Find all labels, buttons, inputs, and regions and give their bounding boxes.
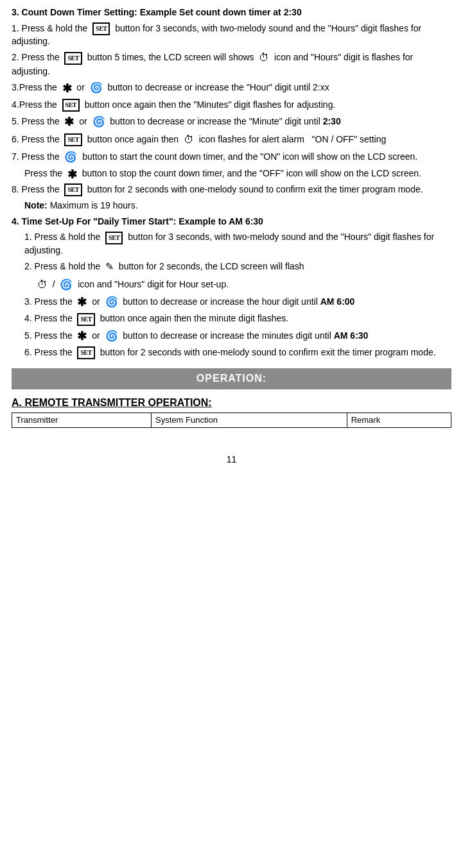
star-icon-4: ✱ bbox=[77, 296, 87, 308]
section4-step6: 6. Press the SET button for 2 seconds wi… bbox=[24, 346, 451, 359]
section4-title: 4. Time Set-Up For "Daily Timer Start": … bbox=[12, 216, 451, 228]
fan-icon-4: 🌀 bbox=[60, 278, 73, 292]
star-icon-3: ✱ bbox=[67, 169, 77, 180]
set-icon-4: SET bbox=[64, 133, 82, 146]
star-icon-5: ✱ bbox=[77, 330, 87, 342]
content-area: 3. Count Down Timer Setting: Example Set… bbox=[12, 6, 451, 428]
table-col-system-function: System Function bbox=[152, 413, 347, 428]
table-col-transmitter: Transmitter bbox=[12, 413, 152, 428]
operation-bar: OPERATION: bbox=[12, 368, 451, 389]
fan-icon-3: 🌀 bbox=[64, 150, 77, 164]
set-icon-7: SET bbox=[77, 313, 94, 326]
fan-icon-6: 🌀 bbox=[105, 329, 118, 343]
step3-8: 8. Press the SET button for 2 seconds wi… bbox=[12, 183, 451, 196]
step3-5: 5. Press the ✱ or 🌀 button to decrease o… bbox=[12, 115, 451, 129]
section3-title: 3. Count Down Timer Setting: Example Set… bbox=[12, 6, 451, 19]
step3-4: 4.Press the SET button once again then t… bbox=[12, 99, 451, 112]
fan-icon-2: 🌀 bbox=[92, 115, 105, 129]
section4-step3: 3. Press the ✱ or 🌀 button to decrease o… bbox=[24, 295, 451, 309]
page-number: 11 bbox=[12, 454, 451, 466]
section4-step1: 1. Press & hold the SET button for 3 sec… bbox=[24, 231, 451, 257]
table-col-remark: Remark bbox=[347, 413, 451, 428]
step3-6: 6. Press the SET button once again then … bbox=[12, 133, 451, 147]
table-header-row: Transmitter System Function Remark bbox=[12, 413, 451, 428]
pencil-icon-1: ✎ bbox=[105, 260, 114, 274]
section-a-title: A. REMOTE TRANSMITTER OPERATION: bbox=[12, 396, 451, 410]
set-icon-3: SET bbox=[62, 99, 80, 112]
star-icon-1: ✱ bbox=[62, 83, 72, 94]
step3-1: 1. Press & hold the SET button for 3 sec… bbox=[12, 22, 451, 48]
step3-2: 2. Press the SET button 5 times, the LCD… bbox=[12, 51, 451, 78]
clock-icon-1: ⏱ bbox=[259, 51, 269, 65]
fan-icon-5: 🌀 bbox=[105, 295, 118, 309]
set-icon-6: SET bbox=[105, 232, 123, 244]
section4-step2: 2. Press & hold the ✎ button for 2 secon… bbox=[24, 260, 451, 274]
set-icon-2: SET bbox=[64, 52, 82, 65]
step3-7: 7. Press the 🌀 button to start the count… bbox=[12, 150, 451, 164]
set-icon-8: SET bbox=[77, 346, 94, 359]
star-icon-2: ✱ bbox=[64, 116, 74, 128]
step3-note: Note: Maximum is 19 hours. bbox=[24, 200, 451, 212]
step3-7b: Press the ✱ button to stop the count dow… bbox=[24, 167, 451, 180]
clock-icon-3: ⏱ bbox=[37, 278, 48, 292]
set-icon-5: SET bbox=[64, 183, 82, 196]
step3-3: 3.Press the ✱ or 🌀 button to decrease or… bbox=[12, 81, 451, 95]
section4-step5: 5. Press the ✱ or 🌀 button to decrease o… bbox=[24, 329, 451, 343]
fan-icon-1: 🌀 bbox=[90, 81, 103, 95]
clock-icon-2: ⏱ bbox=[184, 133, 194, 147]
remote-transmitter-table: Transmitter System Function Remark bbox=[12, 413, 451, 428]
set-icon-1: SET bbox=[92, 22, 110, 35]
section4-step2b: ⏱ / 🌀 icon and "Hours" digit for Hour se… bbox=[37, 278, 451, 292]
section4-step4: 4. Press the SET button once again then … bbox=[24, 312, 451, 325]
